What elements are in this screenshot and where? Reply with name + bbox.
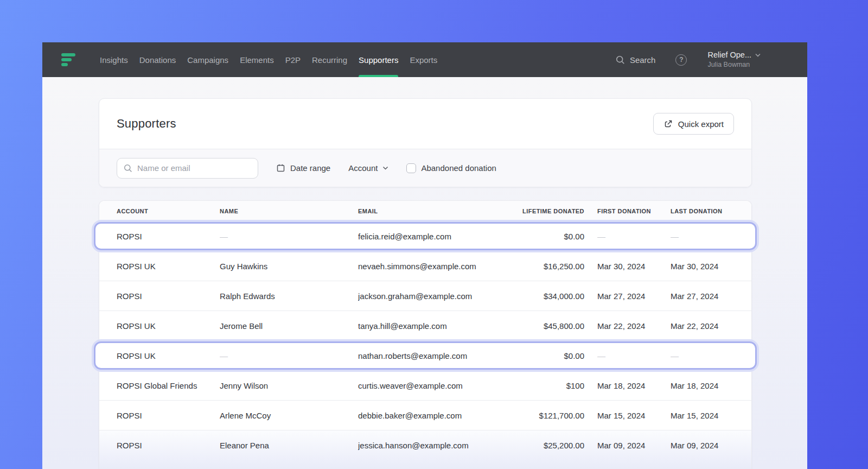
cell-name: Arlene McCoy [220,411,358,420]
account-filter[interactable]: Account [348,163,388,173]
cell-first-donation: Mar 27, 2024 [597,291,671,301]
cell-lifetime-donated: $34,000.00 [514,291,584,301]
abandoned-donation-filter[interactable]: Abandoned donation [406,163,496,173]
table-row[interactable]: ROPSI Global FriendsJenny Wilsoncurtis.w… [99,371,751,401]
cell-email: felicia.reid@example.com [358,232,514,241]
page-content: Supporters Quick export [42,77,807,469]
nav-item-recurring[interactable]: Recurring [312,42,347,77]
cell-first-donation: Mar 15, 2024 [597,411,671,420]
cell-last-donation: Mar 15, 2024 [671,411,734,420]
cell-lifetime-donated: $25,200.00 [514,441,584,450]
brand-logo-icon[interactable] [61,53,76,66]
topbar-right: Search ? Relief Ope... Julia Bowman [616,50,761,69]
cell-email: curtis.weaver@example.com [358,381,514,390]
cell-name: — [220,232,358,241]
cell-first-donation: Mar 22, 2024 [597,321,671,331]
header-search-button[interactable]: Search [616,55,656,65]
help-icon[interactable]: ? [675,54,687,66]
supporter-search-input[interactable] [117,158,258,179]
abandoned-donation-label: Abandoned donation [421,163,496,173]
page-header-card: Supporters Quick export [99,98,752,187]
cell-account: ROPSI [117,291,220,301]
organization-name: Relief Ope... [707,50,751,60]
column-header-name: NAME [220,208,358,214]
cell-last-donation: Mar 30, 2024 [671,262,734,271]
account-filter-label: Account [348,163,378,173]
nav-item-elements[interactable]: Elements [240,42,274,77]
column-header-lifetime-donated: LIFETIME DONATED [514,208,584,214]
cell-lifetime-donated: $45,800.00 [514,321,584,331]
cell-email: jessica.hanson@example.com [358,441,514,450]
cell-name: Guy Hawkins [220,262,358,271]
cell-name: Jerome Bell [220,321,358,331]
quick-export-label: Quick export [678,119,724,129]
top-navigation-bar: Insights Donations Campaigns Elements P2… [42,42,807,77]
table-bottom-fade [99,460,751,469]
cell-account: ROPSI [117,232,220,241]
table-row-highlighted[interactable]: ROPSI—felicia.reid@example.com$0.00—— [99,221,751,251]
table-row[interactable]: ROPSI UKJerome Belltanya.hill@example.co… [99,311,751,341]
desktop-background: Insights Donations Campaigns Elements P2… [0,0,868,469]
cell-lifetime-donated: $16,250.00 [514,262,584,271]
cell-lifetime-donated: $100 [514,381,584,390]
cell-account: ROPSI [117,411,220,420]
user-name: Julia Bowman [707,61,761,69]
cell-last-donation: Mar 22, 2024 [671,321,734,331]
table-row[interactable]: ROPSI UKGuy Hawkinsnevaeh.simmons@exampl… [99,251,751,281]
cell-account: ROPSI UK [117,262,220,271]
cell-account: ROPSI UK [117,351,220,360]
table-row[interactable]: ROPSIRalph Edwardsjackson.graham@example… [99,281,751,311]
cell-first-donation: Mar 18, 2024 [597,381,671,390]
abandoned-donation-checkbox[interactable] [406,163,416,173]
search-icon [124,164,132,173]
cell-last-donation: — [671,351,734,360]
cell-last-donation: — [671,232,734,241]
nav-item-supporters[interactable]: Supporters [359,42,398,77]
nav-item-p2p[interactable]: P2P [285,42,301,77]
cell-first-donation: — [597,232,671,241]
main-nav: Insights Donations Campaigns Elements P2… [100,42,449,77]
cell-first-donation: Mar 09, 2024 [597,441,671,450]
cell-account: ROPSI UK [117,321,220,331]
nav-item-donations[interactable]: Donations [139,42,176,77]
cell-email: nevaeh.simmons@example.com [358,262,514,271]
search-icon [616,55,625,65]
nav-item-campaigns[interactable]: Campaigns [187,42,228,77]
table-row[interactable]: ROPSIArlene McCoydebbie.baker@example.co… [99,401,751,430]
cell-lifetime-donated: $0.00 [514,351,584,360]
cell-first-donation: Mar 30, 2024 [597,262,671,271]
cell-name: Jenny Wilson [220,381,358,390]
cell-account: ROPSI Global Friends [117,381,220,390]
supporters-table: ACCOUNT NAME EMAIL LIFETIME DONATED FIRS… [99,200,752,469]
nav-item-exports[interactable]: Exports [410,42,437,77]
cell-name: Ralph Edwards [220,291,358,301]
filter-bar: Date range Account Abandoned donation [99,149,751,187]
cell-lifetime-donated: $0.00 [514,232,584,241]
nav-item-insights[interactable]: Insights [100,42,128,77]
cell-last-donation: Mar 18, 2024 [671,381,734,390]
account-switcher[interactable]: Relief Ope... Julia Bowman [707,50,761,69]
table-header-row: ACCOUNT NAME EMAIL LIFETIME DONATED FIRS… [99,201,751,221]
column-header-email: EMAIL [358,208,514,214]
date-range-filter[interactable]: Date range [276,163,330,173]
table-row[interactable]: ROPSIEleanor Penajessica.hanson@example.… [99,430,751,460]
title-row: Supporters Quick export [99,99,751,149]
table-body: ROPSI—felicia.reid@example.com$0.00——ROP… [99,221,751,460]
cell-account: ROPSI [117,441,220,450]
date-range-label: Date range [290,163,330,173]
cell-name: — [220,351,358,360]
header-search-label: Search [630,55,656,65]
cell-email: jackson.graham@example.com [358,291,514,301]
quick-export-button[interactable]: Quick export [653,113,734,135]
calendar-icon [276,163,285,173]
cell-last-donation: Mar 09, 2024 [671,441,734,450]
cell-name: Eleanor Pena [220,441,358,450]
cell-lifetime-donated: $121,700.00 [514,411,584,420]
column-header-first-donation: FIRST DONATION [597,208,671,214]
page-title: Supporters [117,117,176,131]
export-icon [663,119,673,129]
supporter-search [117,158,258,179]
cell-email: nathan.roberts@example.com [358,351,514,360]
cell-email: debbie.baker@example.com [358,411,514,420]
table-row-highlighted[interactable]: ROPSI UK—nathan.roberts@example.com$0.00… [99,341,751,371]
